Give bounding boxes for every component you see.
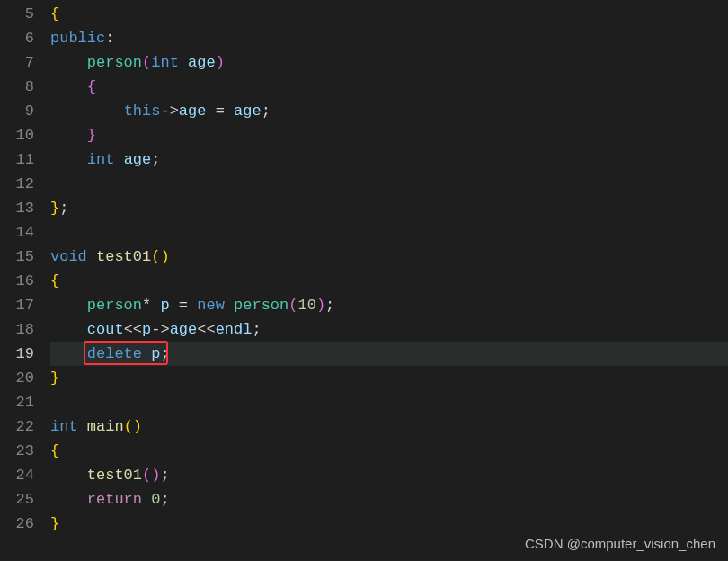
- code-token: =: [170, 297, 198, 314]
- code-token: [50, 491, 87, 508]
- line-number: 16: [0, 269, 34, 293]
- code-token: int: [50, 418, 78, 435]
- line-number: 9: [0, 99, 34, 123]
- code-token: ->: [160, 102, 178, 120]
- code-token: p: [151, 345, 160, 362]
- code-token: new: [197, 297, 225, 314]
- code-token: [225, 297, 234, 314]
- code-token: ->: [151, 321, 169, 338]
- line-number: 6: [0, 26, 34, 50]
- line-number: 15: [0, 245, 34, 269]
- code-line[interactable]: {: [50, 269, 728, 293]
- code-editor[interactable]: 567891011121314151617181920212223242526 …: [0, 0, 728, 561]
- code-token: [50, 151, 87, 168]
- code-line[interactable]: cout<<p->age<<endl;: [50, 317, 728, 342]
- line-number: 8: [0, 75, 34, 99]
- line-number: 12: [0, 172, 34, 196]
- code-line[interactable]: {: [50, 439, 728, 463]
- code-line[interactable]: [50, 220, 728, 245]
- code-token: delete: [87, 345, 142, 362]
- code-token: ;: [160, 467, 169, 484]
- code-token: [50, 467, 87, 484]
- code-line[interactable]: [50, 172, 728, 196]
- code-token: :: [105, 30, 114, 47]
- line-number: 7: [0, 50, 34, 75]
- code-line[interactable]: }: [50, 366, 728, 390]
- code-line[interactable]: this->age = age;: [50, 99, 728, 123]
- code-token: [114, 151, 123, 168]
- code-area[interactable]: {public: person(int age) { this->age = a…: [50, 0, 728, 561]
- line-number-gutter: 567891011121314151617181920212223242526: [0, 0, 50, 561]
- code-token: ): [316, 297, 325, 314]
- code-token: {: [50, 272, 59, 289]
- code-line[interactable]: }: [50, 123, 728, 147]
- line-number: 25: [0, 487, 34, 512]
- code-token: [179, 54, 188, 71]
- line-number: 19: [0, 342, 34, 366]
- code-token: }: [50, 370, 59, 387]
- code-token: [50, 127, 87, 144]
- code-line[interactable]: public:: [50, 26, 728, 50]
- code-token: [50, 54, 87, 71]
- code-token: endl: [216, 321, 253, 338]
- code-token: ;: [325, 297, 334, 314]
- code-token: (): [151, 248, 169, 265]
- code-token: p: [160, 297, 169, 314]
- code-token: age: [124, 151, 152, 168]
- code-token: }: [50, 515, 59, 532]
- code-token: (): [142, 467, 160, 484]
- code-line[interactable]: {: [50, 75, 728, 99]
- watermark-text: CSDN @computer_vision_chen: [525, 531, 715, 556]
- code-token: person: [87, 54, 142, 71]
- line-number: 22: [0, 414, 34, 439]
- code-token: age: [234, 102, 262, 120]
- code-token: [142, 345, 151, 362]
- code-token: return: [87, 491, 142, 508]
- line-number: 13: [0, 196, 34, 220]
- code-token: [50, 345, 87, 362]
- code-token: person: [87, 297, 142, 314]
- line-number: 23: [0, 439, 34, 463]
- code-line[interactable]: };: [50, 196, 728, 220]
- code-token: [50, 321, 87, 338]
- code-token: ;: [59, 200, 68, 217]
- code-token: =: [206, 102, 234, 120]
- code-line[interactable]: {: [50, 2, 728, 26]
- code-token: int: [87, 151, 115, 168]
- code-line[interactable]: return 0;: [50, 487, 728, 512]
- code-line[interactable]: delete p;: [50, 342, 728, 366]
- code-token: 0: [151, 491, 160, 508]
- code-token: test01: [87, 467, 142, 484]
- code-line[interactable]: test01();: [50, 463, 728, 487]
- code-token: }: [50, 200, 59, 217]
- code-token: [50, 78, 87, 95]
- code-token: (: [142, 54, 151, 71]
- code-token: [78, 418, 87, 435]
- code-token: age: [188, 54, 216, 71]
- code-token: cout: [87, 321, 124, 338]
- code-token: ;: [160, 491, 169, 508]
- code-line[interactable]: person(int age): [50, 50, 728, 75]
- code-line[interactable]: int main(): [50, 414, 728, 439]
- code-line[interactable]: void test01(): [50, 245, 728, 269]
- code-token: {: [87, 78, 96, 95]
- line-number: 5: [0, 2, 34, 26]
- code-token: main: [87, 418, 124, 435]
- code-token: ;: [262, 102, 271, 120]
- code-token: {: [50, 442, 59, 459]
- code-token: test01: [96, 248, 151, 265]
- code-token: int: [151, 54, 179, 71]
- code-token: [87, 248, 96, 265]
- code-line[interactable]: [50, 390, 728, 414]
- code-token: ;: [160, 345, 169, 362]
- code-line[interactable]: person* p = new person(10);: [50, 293, 728, 317]
- code-token: ;: [252, 321, 261, 338]
- line-number: 26: [0, 512, 34, 536]
- code-line[interactable]: int age;: [50, 147, 728, 172]
- code-token: age: [170, 321, 198, 338]
- code-token: age: [179, 102, 207, 120]
- code-token: {: [50, 5, 59, 22]
- line-number: 21: [0, 390, 34, 414]
- line-number: 14: [0, 220, 34, 245]
- code-token: [142, 491, 151, 508]
